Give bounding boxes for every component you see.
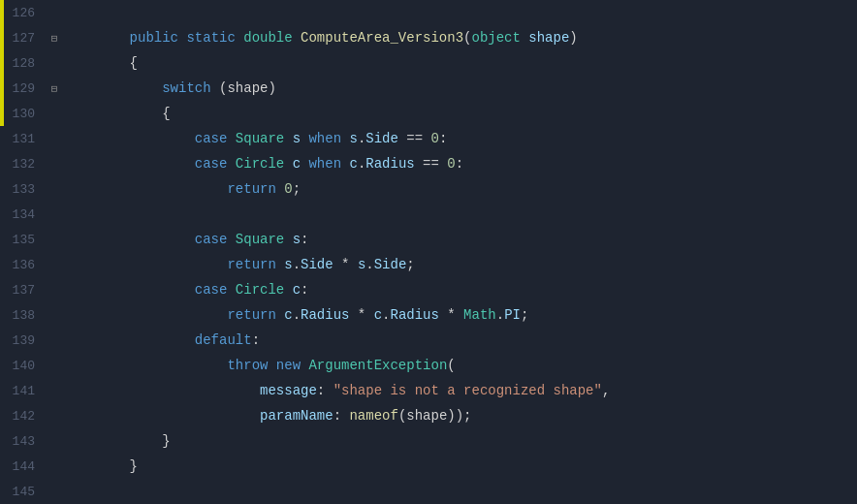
- code-content: return 0;: [93, 176, 857, 202]
- code-token: Radius: [301, 307, 358, 323]
- code-token: 0: [284, 181, 292, 197]
- line-number: 138: [0, 308, 47, 323]
- code-line: 143 }: [0, 428, 857, 454]
- code-token: .: [293, 257, 301, 272]
- line-number: 126: [0, 6, 47, 20]
- code-content: }: [93, 428, 857, 454]
- code-token: s: [349, 131, 357, 146]
- modified-indicator: [0, 50, 4, 76]
- code-token: *: [358, 307, 374, 323]
- code-line: 134: [0, 202, 857, 227]
- code-token: Radius: [390, 307, 447, 323]
- code-token: ==: [406, 131, 430, 146]
- code-token: Side: [365, 131, 406, 146]
- code-token: c: [293, 282, 301, 298]
- code-token: Side: [374, 257, 407, 272]
- code-token: :: [439, 131, 447, 146]
- code-token: case: [97, 131, 236, 146]
- code-line: 131 case Square s when s.Side == 0:: [0, 126, 857, 151]
- collapse-icon[interactable]: ⊟: [51, 32, 58, 45]
- code-line: 144 }: [0, 454, 857, 479]
- collapse-icon[interactable]: ⊟: [51, 82, 58, 95]
- line-number: 145: [0, 485, 47, 499]
- code-token: Circle: [236, 282, 293, 298]
- code-line: 145: [0, 479, 857, 504]
- line-number: 142: [0, 409, 47, 424]
- code-token: }: [97, 458, 138, 474]
- code-token: when: [308, 156, 349, 172]
- modified-indicator: [0, 25, 4, 50]
- code-token: new: [276, 358, 309, 373]
- code-editor: 126 127⊟ public static double ComputeAre…: [0, 0, 857, 504]
- code-token: c: [293, 156, 309, 172]
- code-token: ,: [602, 383, 610, 398]
- code-line: 141 message: "shape is not a recognized …: [0, 378, 857, 403]
- code-token: c: [374, 307, 382, 323]
- code-token: :: [252, 332, 260, 348]
- code-token: paramName: [97, 408, 333, 424]
- code-token: object: [471, 30, 528, 46]
- code-token: default: [97, 332, 252, 348]
- code-content: default:: [93, 328, 857, 353]
- code-line: 133 return 0;: [0, 176, 857, 202]
- code-token: .: [293, 307, 301, 323]
- line-number: 129: [0, 81, 47, 96]
- code-content: case Circle c when c.Radius == 0:: [93, 151, 857, 176]
- code-token: ;: [521, 307, 528, 323]
- code-token: static: [186, 30, 243, 46]
- modified-indicator: [0, 76, 4, 101]
- code-token: case: [97, 156, 236, 172]
- code-token: 0: [431, 131, 439, 146]
- code-token: ==: [423, 156, 447, 172]
- code-token: .: [496, 307, 504, 323]
- code-token: double: [243, 30, 301, 46]
- code-token: :: [456, 156, 463, 172]
- code-token: ;: [406, 257, 414, 272]
- code-token: PI: [504, 307, 521, 323]
- code-line: 138 return c.Radius * c.Radius * Math.PI…: [0, 302, 857, 328]
- code-line: 130 {: [0, 101, 857, 126]
- code-line: 132 case Circle c when c.Radius == 0:: [0, 151, 857, 176]
- code-line: 136 return s.Side * s.Side;: [0, 252, 857, 277]
- code-token: s: [284, 257, 292, 272]
- line-number: 130: [0, 107, 47, 121]
- code-token: :: [301, 282, 308, 298]
- modified-indicator: [0, 101, 4, 126]
- code-line: 139 default:: [0, 328, 857, 353]
- line-number: 141: [0, 384, 47, 398]
- code-content: throw new ArgumentException(: [93, 353, 857, 378]
- modified-indicator: [0, 0, 4, 25]
- code-line: 135 case Square s:: [0, 227, 857, 252]
- code-token: public: [97, 30, 186, 46]
- code-content: return s.Side * s.Side;: [93, 252, 857, 277]
- code-token: return: [97, 307, 284, 323]
- line-number: 132: [0, 157, 47, 172]
- code-token: Math: [463, 307, 496, 323]
- line-number: 127: [0, 31, 47, 46]
- code-token: switch: [97, 80, 219, 96]
- code-content: [93, 0, 857, 25]
- code-token: (shape));: [398, 408, 472, 424]
- line-number: 133: [0, 182, 47, 197]
- code-token: c: [284, 307, 292, 323]
- code-content: case Square s when s.Side == 0:: [93, 126, 857, 151]
- code-content: [93, 202, 857, 227]
- code-line: 142 paramName: nameof(shape));: [0, 403, 857, 428]
- code-token: s: [293, 131, 309, 146]
- code-content: case Circle c:: [93, 277, 857, 302]
- code-token: shape: [528, 30, 569, 46]
- code-token: Square: [236, 131, 293, 146]
- code-token: *: [447, 307, 463, 323]
- code-token: return: [97, 257, 284, 272]
- code-token: 0: [447, 156, 455, 172]
- line-number: 143: [0, 434, 47, 449]
- code-content: return c.Radius * c.Radius * Math.PI;: [93, 302, 857, 328]
- code-line: 137 case Circle c:: [0, 277, 857, 302]
- code-line: 127⊟ public static double ComputeArea_Ve…: [0, 25, 857, 50]
- line-number: 128: [0, 56, 47, 71]
- code-token: when: [308, 131, 349, 146]
- code-token: }: [97, 433, 171, 449]
- code-token: Radius: [365, 156, 423, 172]
- code-token: "shape is not a recognized shape": [333, 383, 602, 398]
- code-token: message: [97, 383, 317, 398]
